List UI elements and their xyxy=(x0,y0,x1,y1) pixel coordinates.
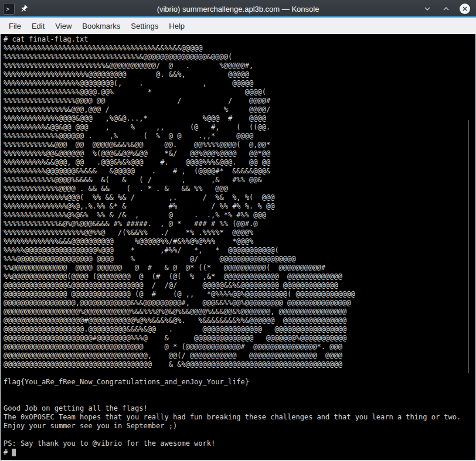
terminal-output: # cat final-flag.txt %%%%%%%%%%%%%%%%%%%… xyxy=(1,34,475,448)
pin-icon xyxy=(19,4,29,13)
shell-prompt-line: # xyxy=(1,448,475,457)
menu-item-edit[interactable]: Edit xyxy=(26,19,50,33)
terminal-viewport[interactable]: # cat final-flag.txt %%%%%%%%%%%%%%%%%%%… xyxy=(0,34,476,461)
menu-item-bookmarks[interactable]: Bookmarks xyxy=(77,19,125,33)
window-title: (vibrio) summerchallenge.apl3b.com — Kon… xyxy=(0,5,476,13)
shell-prompt: # xyxy=(4,448,12,457)
scrollbar-thumb[interactable] xyxy=(468,120,469,373)
maximize-button[interactable] xyxy=(441,4,451,14)
konsole-window: > (vibrio) summerchallenge.apl3b.com — K… xyxy=(0,0,476,461)
menubar: FileEditViewBookmarksSettingsHelp xyxy=(0,18,476,34)
terminal-cursor xyxy=(12,449,16,456)
menu-item-help[interactable]: Help xyxy=(164,19,190,33)
menu-item-settings[interactable]: Settings xyxy=(125,19,164,33)
minimize-button[interactable] xyxy=(422,4,433,14)
close-button[interactable] xyxy=(460,4,470,14)
titlebar[interactable]: > (vibrio) summerchallenge.apl3b.com — K… xyxy=(0,0,476,18)
menu-item-file[interactable]: File xyxy=(4,19,26,33)
konsole-icon: > xyxy=(3,3,15,15)
menu-item-view[interactable]: View xyxy=(50,19,77,33)
